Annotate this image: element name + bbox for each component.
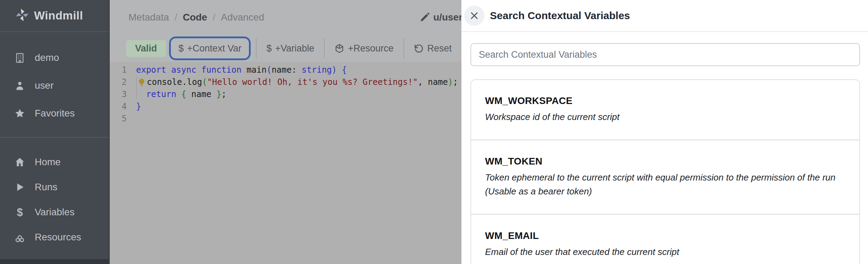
sidebar-workspace-group: demo user Favorites xyxy=(0,32,109,138)
sidebar-item-label: Runs xyxy=(35,182,57,193)
contextual-variables-drawer: Search Contextual Variables WM_WORKSPACE… xyxy=(461,0,868,264)
sidebar-item-workspace-demo[interactable]: demo xyxy=(0,44,109,72)
pencil-icon xyxy=(419,12,430,23)
tab-advanced[interactable]: Advanced xyxy=(221,12,264,23)
sidebar-item-label: Home xyxy=(35,157,61,168)
windmill-pinwheel-icon xyxy=(15,8,29,23)
editor-toolbar: Valid $ +Context Var $ +Variable +Resour… xyxy=(110,35,461,62)
contextual-variable-item[interactable]: WM_WORKSPACEWorkspace id of the current … xyxy=(471,80,859,139)
variable-description: Token ephemeral to the current script wi… xyxy=(485,170,845,198)
sidebar-item-label: Variables xyxy=(35,207,75,218)
variable-name: WM_WORKSPACE xyxy=(485,95,845,106)
script-path-group[interactable]: u/user/l xyxy=(419,0,461,35)
code-line: 5 xyxy=(110,113,461,125)
sidebar-item-favorites[interactable]: Favorites xyxy=(0,99,109,127)
star-icon xyxy=(14,107,26,119)
cube-icon xyxy=(334,43,344,54)
windmill-app: Windmill demo user xyxy=(0,0,868,264)
line-number: 4 xyxy=(110,101,127,113)
lightbulb-icon[interactable] xyxy=(136,77,147,88)
sidebar-item-home[interactable]: Home xyxy=(0,150,109,175)
close-drawer-button[interactable] xyxy=(464,6,484,26)
search-contextual-variables-input[interactable] xyxy=(470,43,860,66)
topbar: Metadata / Code / Advanced u/user/l xyxy=(110,0,461,35)
script-path: u/user/l xyxy=(433,12,461,23)
drawer-title: Search Contextual Variables xyxy=(490,10,630,22)
code-line: 2console.log("Hello world! Oh, it's you … xyxy=(110,76,461,88)
add-context-var-button[interactable]: $ +Context Var xyxy=(171,38,249,58)
windmill-logo[interactable]: Windmill xyxy=(0,0,109,32)
breadcrumb-separator: / xyxy=(213,12,216,23)
dollar-icon: $ xyxy=(14,206,26,218)
toolbar-divider xyxy=(256,38,257,58)
variable-description: Workspace id of the current script xyxy=(485,110,845,124)
add-variable-button[interactable]: $ +Variable xyxy=(259,38,322,58)
code-line: 1export async function main(name: string… xyxy=(110,64,461,76)
sidebar-item-variables[interactable]: $ Variables xyxy=(0,200,109,225)
sidebar-item-label: Resources xyxy=(35,232,81,243)
line-number: 2 xyxy=(110,76,127,88)
indent-guide xyxy=(136,76,137,99)
status-badge-valid: Valid xyxy=(126,40,166,57)
line-number: 3 xyxy=(110,88,127,101)
variable-description: Email of the user that executed the curr… xyxy=(485,245,845,259)
main-content: Metadata / Code / Advanced u/user/l Vali… xyxy=(110,0,461,264)
close-icon xyxy=(469,11,479,21)
breadcrumb: Metadata / Code / Advanced xyxy=(128,0,264,35)
sidebar-nav-group: Home Runs $ Variables xyxy=(0,138,109,259)
contextual-variables-list: WM_WORKSPACEWorkspace id of the current … xyxy=(470,79,860,264)
code-line: 3 return { name }; xyxy=(110,88,461,101)
user-icon xyxy=(14,80,26,91)
reset-button[interactable]: Reset xyxy=(406,38,460,58)
sidebar-item-label: demo xyxy=(35,52,59,63)
code-line: 4} xyxy=(110,101,461,113)
home-icon xyxy=(14,156,26,168)
sidebar-footer xyxy=(0,259,109,264)
dollar-icon: $ xyxy=(178,43,184,54)
add-resource-button[interactable]: +Resource xyxy=(327,38,401,58)
app-title: Windmill xyxy=(34,9,83,22)
contextual-variable-item[interactable]: WM_EMAILEmail of the user that executed … xyxy=(471,214,859,264)
code-editor[interactable]: 1export async function main(name: string… xyxy=(110,62,461,210)
contextual-variable-item[interactable]: WM_TOKENToken ephemeral to the current s… xyxy=(471,139,859,214)
drawer-body: WM_WORKSPACEWorkspace id of the current … xyxy=(461,32,868,264)
play-icon xyxy=(14,181,26,193)
tab-code[interactable]: Code xyxy=(183,12,207,23)
dollar-icon: $ xyxy=(266,43,272,54)
boxes-icon xyxy=(14,231,26,243)
variable-name: WM_EMAIL xyxy=(485,230,845,241)
line-number: 1 xyxy=(110,64,127,76)
sidebar-item-resources[interactable]: Resources xyxy=(0,225,109,250)
variable-name: WM_TOKEN xyxy=(485,156,845,167)
building-icon xyxy=(14,52,26,64)
sidebar-item-user[interactable]: user xyxy=(0,72,109,99)
sidebar-item-label: user xyxy=(35,80,53,91)
sidebar: Windmill demo user xyxy=(0,0,110,264)
toolbar-divider xyxy=(403,38,404,58)
sidebar-item-label: Favorites xyxy=(35,108,75,119)
line-number: 5 xyxy=(110,113,127,125)
tab-metadata[interactable]: Metadata xyxy=(128,12,169,23)
drawer-header: Search Contextual Variables xyxy=(461,0,868,32)
breadcrumb-separator: / xyxy=(175,12,177,23)
rotate-ccw-icon xyxy=(414,43,424,54)
sidebar-item-runs[interactable]: Runs xyxy=(0,175,109,200)
toolbar-divider xyxy=(324,38,325,58)
